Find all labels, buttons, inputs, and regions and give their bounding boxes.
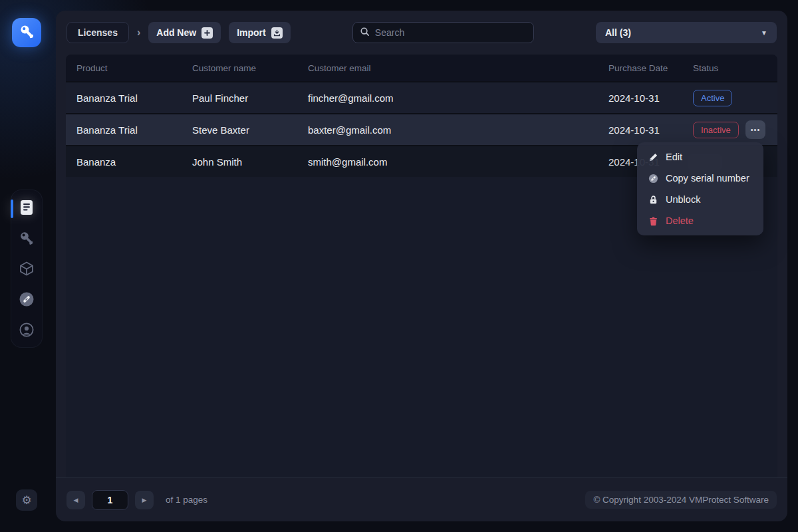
sidebar-item-links[interactable] — [13, 287, 40, 314]
plus-icon — [201, 27, 213, 39]
add-new-label: Add New — [156, 27, 196, 38]
row-context-menu: Edit Copy serial number Unblock — [637, 142, 763, 235]
filter-value: All (3) — [605, 27, 631, 38]
sidebar-item-products[interactable] — [13, 257, 40, 283]
arrow-right-icon: ▶ — [142, 497, 147, 503]
breadcrumb: Licenses — [66, 22, 129, 43]
add-new-button[interactable]: Add New — [148, 22, 221, 43]
key-icon — [19, 230, 35, 249]
cell-customer-email: fincher@gmail.com — [308, 92, 608, 104]
menu-item-label: Edit — [666, 152, 682, 162]
menu-item-label: Unblock — [666, 194, 700, 205]
cell-customer-email: baxter@gmail.com — [308, 124, 608, 136]
page-count-label: of 1 pages — [166, 495, 207, 505]
cell-customer-name: Paul Fincher — [192, 92, 308, 104]
col-status: Status — [693, 63, 777, 73]
col-customer-name: Customer name — [192, 63, 308, 73]
user-icon — [19, 322, 35, 340]
menu-item-edit[interactable]: Edit — [637, 146, 763, 168]
menu-item-label: Delete — [666, 215, 694, 226]
sidebar-item-account[interactable] — [13, 318, 40, 344]
sidebar-item-licenses[interactable] — [13, 196, 40, 222]
cell-customer-email: smith@gmail.com — [308, 156, 608, 168]
table-row[interactable]: Bananza Trial Steve Baxter baxter@gmail.… — [66, 113, 777, 145]
lock-icon — [648, 194, 658, 205]
cell-product: Bananza Trial — [76, 92, 192, 104]
menu-item-label: Copy serial number — [666, 173, 749, 184]
download-icon — [271, 27, 283, 39]
key-icon — [19, 23, 35, 42]
import-button[interactable]: Import — [229, 22, 291, 43]
document-icon — [20, 200, 33, 218]
pencil-icon — [648, 152, 658, 162]
chevron-down-icon: ▼ — [761, 29, 767, 37]
cell-product: Bananza — [76, 156, 192, 168]
search-input[interactable] — [375, 27, 527, 38]
active-indicator — [11, 200, 13, 218]
status-filter-dropdown[interactable]: All (3) ▼ — [596, 22, 777, 43]
gear-icon: ⚙ — [21, 493, 31, 507]
toolbar: Licenses › Add New Import — [56, 11, 787, 55]
link-icon — [648, 173, 658, 184]
row-actions-button[interactable]: ••• — [745, 120, 765, 139]
sidebar-item-keys[interactable] — [13, 226, 40, 253]
app-logo[interactable] — [12, 18, 41, 47]
cell-purchase-date: 2024-10-31 — [608, 124, 693, 136]
bottom-bar: ◀ ▶ of 1 pages © Copyright 2003-2024 VMP… — [56, 477, 787, 521]
cell-customer-name: Steve Baxter — [192, 124, 308, 136]
table-row[interactable]: Bananza Trial Paul Fincher fincher@gmail… — [66, 81, 777, 113]
page-number-input[interactable] — [92, 490, 128, 510]
settings-button[interactable]: ⚙ — [16, 489, 37, 511]
cell-purchase-date: 2024-10-31 — [608, 92, 693, 104]
import-label: Import — [237, 27, 266, 38]
cell-product: Bananza Trial — [76, 124, 192, 136]
cube-icon — [19, 261, 35, 279]
sidebar: ⚙ — [0, 0, 53, 532]
copyright-notice: © Copyright 2003-2024 VMProtect Software — [585, 491, 777, 509]
col-product: Product — [76, 63, 192, 73]
next-page-button[interactable]: ▶ — [135, 491, 154, 509]
menu-item-copy-serial[interactable]: Copy serial number — [637, 168, 763, 189]
search-icon — [360, 27, 370, 39]
prev-page-button[interactable]: ◀ — [66, 491, 85, 509]
status-badge: Inactive — [693, 122, 739, 138]
cell-customer-name: John Smith — [192, 156, 308, 168]
table-header: Product Customer name Customer email Pur… — [66, 55, 777, 81]
chevron-right-icon: › — [137, 27, 140, 39]
sidebar-nav — [11, 190, 43, 348]
status-badge: Active — [693, 90, 732, 106]
menu-item-unblock[interactable]: Unblock — [637, 189, 763, 210]
arrow-left-icon: ◀ — [74, 497, 78, 503]
col-customer-email: Customer email — [308, 63, 608, 73]
col-purchase-date: Purchase Date — [608, 63, 693, 73]
menu-item-delete[interactable]: Delete — [637, 210, 763, 231]
trash-icon — [648, 215, 658, 226]
link-icon — [19, 291, 35, 310]
main-panel: Licenses › Add New Import — [56, 11, 787, 521]
table-body: Bananza Trial Paul Fincher fincher@gmail… — [66, 81, 777, 477]
search-box — [352, 22, 534, 43]
